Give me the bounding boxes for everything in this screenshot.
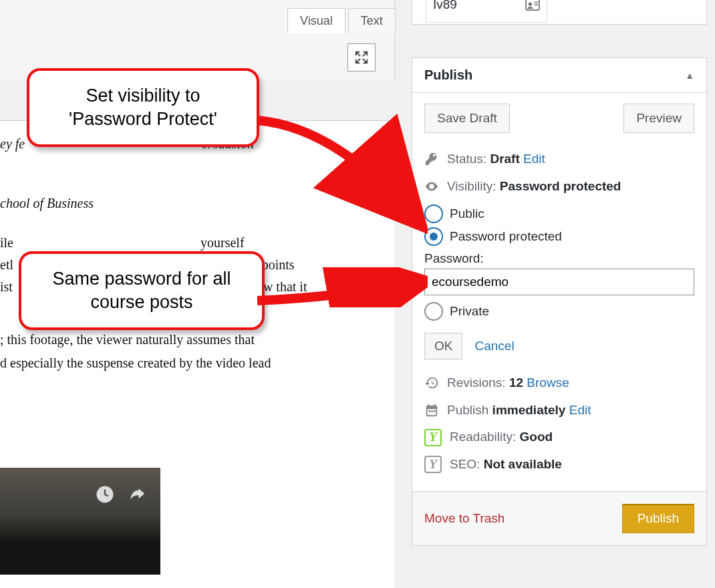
yoast-readability-icon: Y (424, 429, 442, 446)
password-input[interactable] (424, 269, 694, 295)
publish-title: Publish (424, 67, 472, 83)
schedule-row: Publish immediately Edit (424, 402, 694, 420)
id-card-icon (525, 0, 540, 11)
video-embed[interactable] (0, 468, 160, 575)
cancel-link[interactable]: Cancel (474, 339, 514, 353)
edit-status-link[interactable]: Edit (523, 152, 545, 166)
calendar-icon (424, 403, 439, 418)
tab-visual[interactable]: Visual (287, 8, 345, 33)
stage: Iv89 Visual Text ey fe ersuasion chool o… (0, 0, 715, 588)
edit-schedule-link[interactable]: Edit (569, 403, 591, 417)
radio-private[interactable] (424, 302, 443, 321)
move-to-trash-link[interactable]: Move to Trash (424, 511, 505, 526)
content-line-2: chool of Business (0, 194, 394, 213)
eye-icon (424, 179, 439, 194)
visibility-password[interactable]: Password protected (424, 227, 694, 246)
browse-revisions-link[interactable]: Browse (527, 376, 569, 390)
annotation-callout-1: Set visibility to 'Password Protect' (27, 68, 259, 147)
fullscreen-icon (354, 50, 369, 65)
save-draft-button[interactable]: Save Draft (424, 104, 510, 133)
status-row: Status: Draft Edit (424, 150, 694, 168)
share-icon[interactable] (127, 484, 147, 504)
revisions-row: Revisions: 12 Browse (424, 374, 694, 392)
visibility-public[interactable]: Public (424, 204, 694, 223)
publish-button[interactable]: Publish (622, 504, 694, 533)
radio-password[interactable] (424, 227, 443, 246)
editor-tabs: Visual Text (287, 8, 396, 33)
course-code-text: Iv89 (433, 0, 457, 12)
annotation-callout-2: Same password for all course posts (19, 251, 265, 330)
fullscreen-button[interactable] (347, 43, 376, 71)
collapse-icon[interactable]: ▲ (685, 70, 694, 81)
tab-text[interactable]: Text (348, 8, 396, 33)
visibility-options: Public Password protected Password: Priv… (424, 204, 694, 321)
course-code-box: Iv89 (426, 0, 547, 23)
content-line-6: ; this footage, the viewer naturally ass… (0, 330, 394, 349)
publish-panel-body: Save Draft Preview Status: Draft Edit Vi… (412, 93, 706, 491)
svg-point-1 (529, 2, 532, 5)
ok-button[interactable]: OK (424, 333, 462, 359)
readability-row: Y Readability: Good (424, 428, 694, 446)
key-icon (424, 152, 439, 166)
publish-panel-footer: Move to Trash Publish (412, 491, 706, 545)
yoast-seo-icon: Y (424, 456, 442, 473)
publish-panel: Publish ▲ Save Draft Preview Status: Dra… (412, 57, 707, 546)
preview-button[interactable]: Preview (623, 104, 694, 133)
history-icon (424, 376, 439, 390)
radio-public[interactable] (424, 204, 443, 223)
watch-later-icon[interactable] (95, 484, 115, 504)
content-line-3: ileyourself (0, 233, 394, 253)
password-label: Password: (424, 251, 694, 266)
seo-row: Y SEO: Not available (424, 456, 694, 474)
content-line-7: d especially the suspense created by the… (0, 353, 394, 373)
publish-panel-header[interactable]: Publish ▲ (412, 58, 706, 93)
top-fragment-panel: Iv89 (412, 0, 707, 25)
visibility-private[interactable]: Private (424, 302, 694, 321)
visibility-row: Visibility: Password protected (424, 178, 694, 196)
